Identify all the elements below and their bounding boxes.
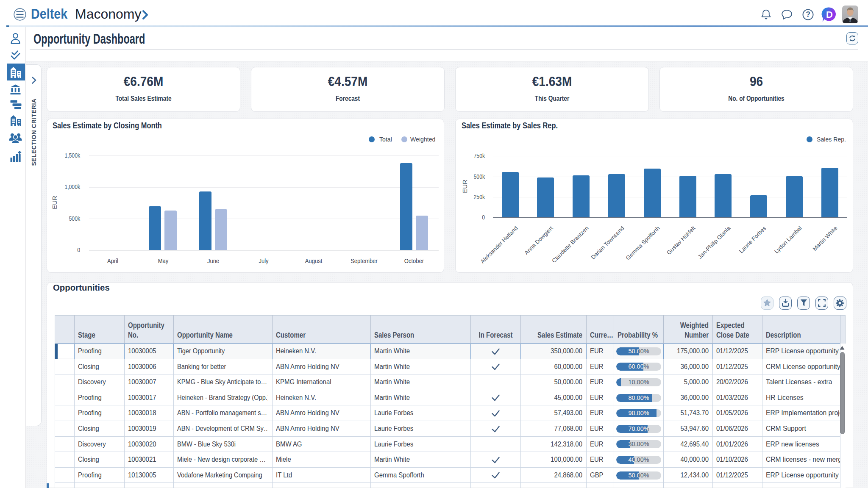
- svg-text:?: ?: [806, 10, 810, 19]
- svg-text:D: D: [826, 9, 833, 20]
